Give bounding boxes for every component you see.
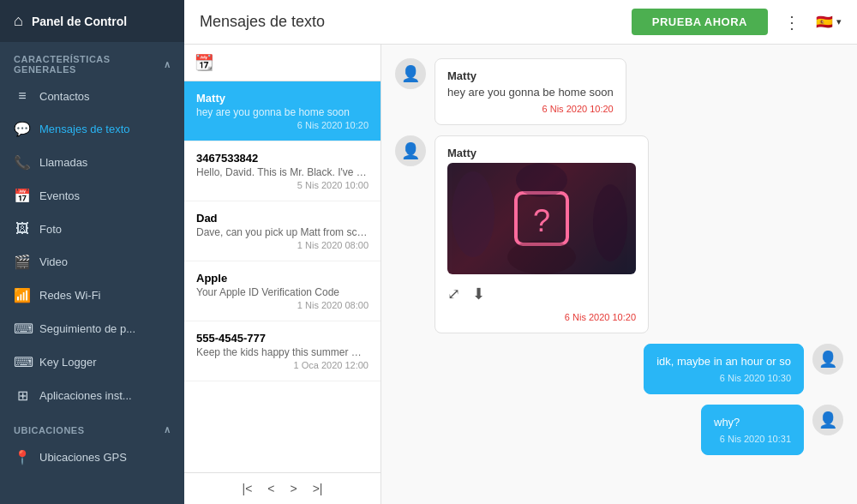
- download-icon[interactable]: ⬇: [472, 285, 485, 303]
- conv-name: Apple: [196, 272, 369, 285]
- message-time: 6 Nis 2020 10:30: [656, 373, 791, 383]
- message-bubble-wrap-out-2: why? 6 Nis 2020 10:31: [701, 405, 804, 455]
- conv-date: 6 Nis 2020 10:20: [196, 120, 369, 130]
- conv-preview: Dave, can you pick up Matt from schoo...: [196, 226, 369, 238]
- page-title: Mensajes de texto: [200, 13, 621, 31]
- video-icon: 🎬: [14, 254, 31, 270]
- sidebar-item-llamadas[interactable]: 📞 Llamadas: [0, 146, 184, 179]
- sidebar: ⌂ Panel de Control CARACTERÍSTICAS GENER…: [0, 0, 184, 504]
- message-bubble-wrap-out: idk, maybe in an hour or so 6 Nis 2020 1…: [644, 344, 804, 394]
- next-page-button[interactable]: >: [287, 480, 301, 497]
- person-icon: 👤: [401, 64, 420, 83]
- person-icon: 👤: [818, 411, 837, 429]
- sidebar-title: Panel de Control: [32, 15, 127, 28]
- sidebar-item-ubicaciones-gps[interactable]: 📍 Ubicaciones GPS: [0, 441, 184, 474]
- message-time: 6 Nis 2020 10:31: [714, 434, 791, 444]
- message-time: 6 Nis 2020 10:20: [447, 312, 636, 322]
- sidebar-item-seguimiento[interactable]: ⌨ Seguimiento de p...: [0, 312, 184, 345]
- sidebar-item-keylogger[interactable]: ⌨ Key Logger: [0, 345, 184, 379]
- apps-icon: ⊞: [14, 387, 31, 404]
- sidebar-item-aplicaciones[interactable]: ⊞ Aplicaciones inst...: [0, 379, 184, 412]
- image-bg-decor: [447, 163, 636, 274]
- message-row-image: 👤 Matty ?: [395, 135, 843, 333]
- message-image: ?: [447, 163, 636, 274]
- conv-date: 1 Nis 2020 08:00: [196, 300, 369, 310]
- person-icon: 👤: [818, 350, 837, 369]
- home-icon: ⌂: [14, 12, 23, 30]
- wifi-icon: 📶: [14, 287, 31, 303]
- prev-page-button[interactable]: <: [264, 480, 278, 497]
- more-options-icon[interactable]: ⋮: [778, 9, 806, 36]
- sidebar-item-foto[interactable]: 🖼 Foto: [0, 213, 184, 245]
- message-sender: Matty: [447, 69, 614, 82]
- message-scroll[interactable]: 👤 Matty hey are you gonna be home soon 6…: [381, 45, 857, 504]
- conv-name: 555-4545-777: [196, 332, 369, 345]
- avatar: 👤: [812, 405, 843, 435]
- conv-item-555[interactable]: 555-4545-777 Keep the kids happy this su…: [184, 321, 381, 381]
- conv-item-dad[interactable]: Dad Dave, can you pick up Matt from scho…: [184, 201, 381, 261]
- message-time: 6 Nis 2020 10:20: [447, 104, 614, 114]
- conv-preview: Your Apple ID Verification Code: [196, 286, 369, 298]
- message-text: why?: [714, 416, 791, 429]
- message-panel: 👤 Matty hey are you gonna be home soon 6…: [381, 45, 857, 504]
- conv-item-3467533842[interactable]: 3467533842 Hello, David. This is Mr. Bla…: [184, 141, 381, 201]
- message-bubble-3: idk, maybe in an hour or so 6 Nis 2020 1…: [644, 344, 804, 394]
- message-bubble-1: Matty hey are you gonna be home soon 6 N…: [434, 58, 626, 125]
- message-bubble-4: why? 6 Nis 2020 10:31: [701, 405, 804, 455]
- conversation-list-scroll[interactable]: Matty hey are you gonna be home soon 6 N…: [184, 81, 381, 472]
- conv-item-matty[interactable]: Matty hey are you gonna be home soon 6 N…: [184, 81, 381, 141]
- sidebar-item-mensajes[interactable]: 💬 Mensajes de texto: [0, 112, 184, 146]
- topbar: Mensajes de texto PRUEBA AHORA ⋮ 🇪🇸 ▾: [184, 0, 857, 45]
- main-panel: Mensajes de texto PRUEBA AHORA ⋮ 🇪🇸 ▾ 📆 …: [184, 0, 857, 504]
- conv-preview: Hello, David. This is Mr. Black. I've no…: [196, 166, 369, 178]
- trial-button[interactable]: PRUEBA AHORA: [632, 9, 768, 35]
- dropdown-arrow-icon: ▾: [836, 16, 842, 27]
- avatar: 👤: [395, 58, 426, 89]
- calendar-icon: 📅: [14, 188, 31, 204]
- svg-point-4: [516, 163, 567, 197]
- pagination: |< < > >|: [184, 472, 381, 504]
- conv-date: 5 Nis 2020 10:00: [196, 180, 369, 190]
- message-row: 👤 Matty hey are you gonna be home soon 6…: [395, 58, 843, 125]
- message-bubble-wrap-image: Matty ?: [434, 135, 649, 333]
- last-page-button[interactable]: >|: [309, 480, 327, 497]
- keylogger-icon: ⌨: [14, 354, 31, 370]
- conv-item-apple[interactable]: Apple Your Apple ID Verification Code 1 …: [184, 261, 381, 321]
- conversation-list-panel: 📆 Matty hey are you gonna be home soon 6…: [184, 45, 381, 504]
- language-selector[interactable]: 🇪🇸 ▾: [816, 14, 842, 30]
- conv-list-toolbar: 📆: [184, 45, 381, 81]
- avatar: 👤: [812, 344, 843, 375]
- phone-icon: 📞: [14, 154, 31, 171]
- message-text: hey are you gonna be home soon: [447, 86, 614, 99]
- svg-point-5: [507, 240, 576, 274]
- chat-icon: 💬: [14, 121, 31, 137]
- image-actions: ⤢ ⬇: [447, 281, 636, 307]
- conv-preview: hey are you gonna be home soon: [196, 106, 369, 118]
- conv-name: Dad: [196, 212, 369, 225]
- calendar-toolbar-icon: 📆: [195, 53, 213, 72]
- sidebar-header[interactable]: ⌂ Panel de Control: [0, 0, 184, 42]
- conv-name: Matty: [196, 92, 369, 105]
- sidebar-item-eventos[interactable]: 📅 Eventos: [0, 179, 184, 213]
- message-text: idk, maybe in an hour or so: [656, 355, 791, 368]
- sidebar-item-redes[interactable]: 📶 Redes Wi-Fi: [0, 279, 184, 312]
- conv-preview: Keep the kids happy this summer with ...: [196, 346, 369, 358]
- keyboard-icon: ⌨: [14, 321, 31, 337]
- message-row-outgoing-2: 👤 why? 6 Nis 2020 10:31: [395, 405, 843, 455]
- content-area: 📆 Matty hey are you gonna be home soon 6…: [184, 45, 857, 504]
- section-title-ubicaciones: UBICACIONES ∧: [0, 412, 184, 441]
- avatar: 👤: [395, 135, 426, 166]
- message-sender: Matty: [447, 147, 636, 159]
- svg-point-2: [452, 171, 494, 257]
- pin-icon: 📍: [14, 449, 31, 465]
- first-page-button[interactable]: |<: [239, 480, 256, 497]
- message-row-outgoing-1: 👤 idk, maybe in an hour or so 6 Nis 2020…: [395, 344, 843, 394]
- expand-icon[interactable]: ⤢: [447, 285, 460, 303]
- person-icon: 👤: [401, 141, 420, 160]
- message-bubble-wrap: Matty hey are you gonna be home soon 6 N…: [434, 58, 626, 125]
- list-icon: ≡: [14, 88, 31, 104]
- sidebar-item-video[interactable]: 🎬 Video: [0, 245, 184, 279]
- conv-name: 3467533842: [196, 152, 369, 165]
- sidebar-item-contactos[interactable]: ≡ Contactos: [0, 80, 184, 112]
- message-bubble-2: Matty ?: [434, 135, 649, 333]
